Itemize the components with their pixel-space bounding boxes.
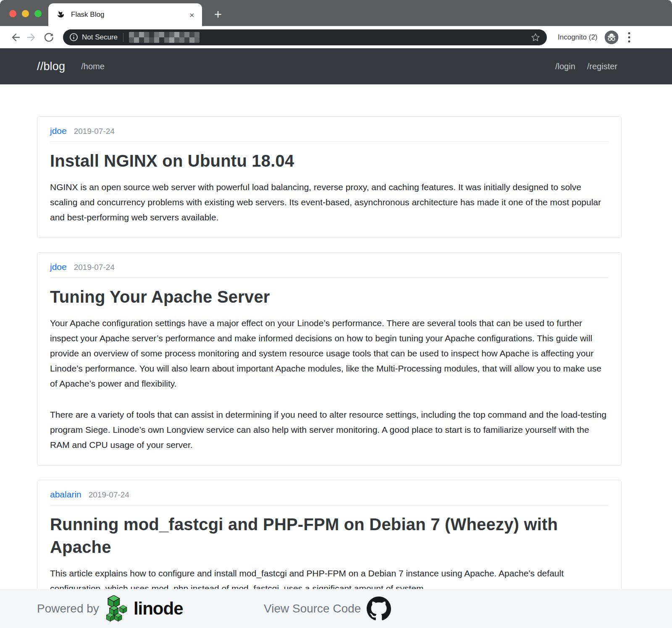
post-title: Install NGINX on Ubuntu 18.04 (50, 149, 609, 172)
post-title: Tuning Your Apache Server (50, 285, 609, 308)
nav-link-login[interactable]: /login (555, 62, 575, 71)
browser-menu-icon[interactable] (628, 32, 630, 43)
zoom-window-button[interactable] (34, 10, 42, 17)
url-redacted (129, 32, 200, 43)
post-meta: jdoe 2019-07-24 (50, 262, 609, 272)
back-icon[interactable] (7, 29, 24, 46)
post-paragraph: There are a variety of tools that can as… (50, 407, 609, 453)
window-controls (9, 10, 42, 17)
linode-logo[interactable]: linode (104, 595, 183, 622)
linode-cubes-icon (104, 595, 130, 622)
post-paragraph: This article explains how to configure a… (50, 566, 609, 589)
github-icon[interactable] (367, 597, 391, 621)
security-label: Not Secure (82, 33, 118, 42)
post-date: 2019-07-24 (74, 263, 115, 272)
meta-divider (50, 505, 609, 505)
tab-title: Flask Blog (71, 10, 104, 19)
author-link[interactable]: jdoe (50, 126, 67, 136)
browser-window: Flask Blog × + Not Sec (0, 0, 672, 628)
author-link[interactable]: abalarin (50, 489, 81, 500)
linode-wordmark: linode (134, 599, 183, 619)
address-bar[interactable]: Not Secure (63, 29, 547, 45)
toolbar-right: Incognito (2) (558, 30, 630, 44)
browser-toolbar: Not Secure Incognito (2) (0, 26, 672, 48)
view-source-link[interactable]: View Source Code (264, 602, 361, 615)
reload-icon[interactable] (40, 29, 57, 46)
new-tab-button[interactable]: + (208, 5, 228, 24)
post-body: NGINX is an open source web server with … (50, 180, 609, 225)
tab-close-icon[interactable]: × (189, 10, 194, 19)
post-body: This article explains how to configure a… (50, 566, 609, 589)
meta-divider (50, 141, 609, 142)
nav-link-home[interactable]: /home (81, 62, 105, 71)
post-paragraph: Your Apache configuration settings have … (50, 316, 609, 391)
incognito-icon (604, 30, 619, 44)
tab-strip: Flask Blog × + (0, 0, 672, 26)
powered-by-label: Powered by (37, 602, 99, 615)
author-link[interactable]: jdoe (50, 262, 67, 272)
post-date: 2019-07-24 (74, 127, 115, 136)
bookmark-star-icon[interactable] (530, 32, 541, 42)
post-card: jdoe 2019-07-24 Install NGINX on Ubuntu … (37, 116, 622, 238)
favicon-flask-icon (56, 10, 65, 19)
site-info-icon[interactable] (69, 33, 78, 42)
incognito-label: Incognito (2) (558, 33, 598, 42)
post-card: jdoe 2019-07-24 Tuning Your Apache Serve… (37, 252, 622, 466)
post-meta: abalarin 2019-07-24 (50, 489, 609, 500)
post-body: Your Apache configuration settings have … (50, 316, 609, 453)
forward-icon[interactable] (24, 29, 40, 46)
browser-tab[interactable]: Flask Blog × (48, 3, 202, 26)
page-footer: Powered by (0, 589, 672, 628)
navbar-brand[interactable]: //blog (37, 60, 65, 73)
close-window-button[interactable] (9, 10, 16, 17)
post-paragraph: NGINX is an open source web server with … (50, 180, 609, 225)
post-meta: jdoe 2019-07-24 (50, 126, 609, 136)
nav-link-register[interactable]: /register (587, 62, 617, 71)
site-navbar: //blog /home /login /register (0, 48, 672, 84)
post-title: Running mod_fastcgi and PHP-FPM on Debia… (50, 513, 575, 558)
omnibox-divider (123, 33, 123, 42)
post-date: 2019-07-24 (89, 490, 129, 500)
minimize-window-button[interactable] (22, 10, 29, 17)
meta-divider (50, 277, 609, 278)
post-card: abalarin 2019-07-24 Running mod_fastcgi … (37, 480, 622, 589)
post-list: jdoe 2019-07-24 Install NGINX on Ubuntu … (0, 84, 672, 589)
